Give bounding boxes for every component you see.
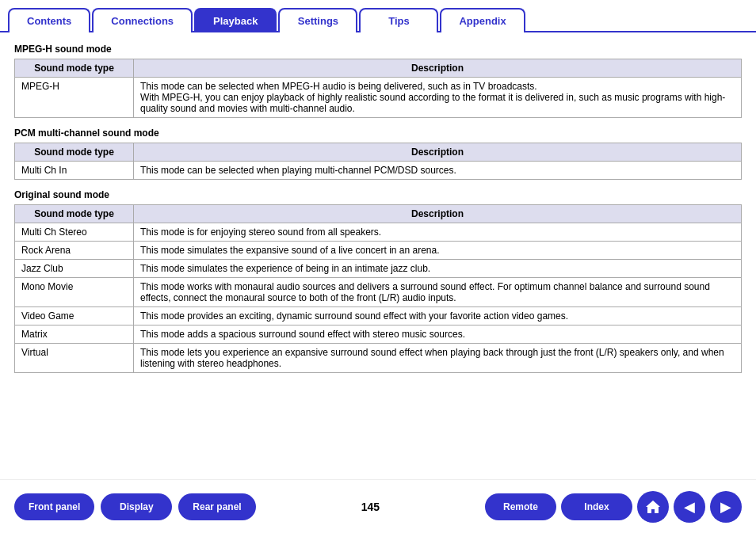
sound-mode-description: This mode simulates the experience of be… (134, 260, 742, 278)
sound-mode-description: This mode adds a spacious surround sound… (134, 326, 742, 344)
sound-mode-description: This mode can be selected when playing m… (134, 162, 742, 180)
table-header-description: Description (134, 59, 742, 78)
table-row: MPEG-HThis mode can be selected when MPE… (15, 78, 742, 118)
table-1: Sound mode typeDescriptionMulti Ch InThi… (14, 143, 742, 180)
index-button[interactable]: Index (561, 493, 632, 520)
back-icon-button[interactable]: ◀ (674, 491, 705, 523)
svg-marker-0 (646, 501, 660, 513)
sound-mode-description: This mode provides an exciting, dynamic … (134, 307, 742, 326)
table-row: Rock ArenaThis mode simulates the expans… (15, 242, 742, 260)
page-number: 145 (361, 501, 380, 513)
nav-tab-tips[interactable]: Tips (359, 8, 438, 32)
display-button[interactable]: Display (101, 493, 172, 520)
table-row: Multi Ch InThis mode can be selected whe… (15, 162, 742, 180)
nav-tab-playback[interactable]: Playback (194, 8, 277, 32)
table-row: MatrixThis mode adds a spacious surround… (15, 326, 742, 344)
table-header-sound-mode-type: Sound mode type (15, 205, 134, 223)
bottom-left-buttons: Front panelDisplayRear panel (14, 493, 256, 520)
table-header-sound-mode-type: Sound mode type (15, 143, 134, 162)
table-row: Multi Ch StereoThis mode is for enjoying… (15, 223, 742, 242)
table-2: Sound mode typeDescriptionMulti Ch Stere… (14, 204, 742, 373)
section-title-0: MPEG-H sound mode (14, 44, 742, 55)
nav-tab-contents[interactable]: Contents (8, 8, 90, 32)
front-panel-button[interactable]: Front panel (14, 493, 94, 520)
sound-mode-description: This mode works with monaural audio sour… (134, 278, 742, 307)
table-header-sound-mode-type: Sound mode type (15, 59, 134, 78)
home-icon-button[interactable] (637, 491, 669, 523)
sound-mode-type: Multi Ch In (15, 162, 134, 180)
table-row: Jazz ClubThis mode simulates the experie… (15, 260, 742, 278)
nav-tab-appendix[interactable]: Appendix (440, 8, 525, 32)
table-0: Sound mode typeDescriptionMPEG-HThis mod… (14, 59, 742, 118)
table-header-description: Description (134, 143, 742, 162)
sound-mode-type: Video Game (15, 307, 134, 326)
nav-tabs: ContentsConnectionsPlaybackSettingsTipsA… (0, 0, 756, 32)
sound-mode-type: Matrix (15, 326, 134, 344)
remote-button[interactable]: Remote (485, 493, 556, 520)
table-row: Video GameThis mode provides an exciting… (15, 307, 742, 326)
nav-tab-connections[interactable]: Connections (92, 8, 193, 32)
sound-mode-description: This mode lets you experience an expansi… (134, 344, 742, 373)
sound-mode-type: Virtual (15, 344, 134, 373)
sound-mode-description: This mode simulates the expansive sound … (134, 242, 742, 260)
main-content: MPEG-H sound modeSound mode typeDescript… (0, 32, 756, 384)
sound-mode-type: MPEG-H (15, 78, 134, 118)
sound-mode-type: Rock Arena (15, 242, 134, 260)
table-row: VirtualThis mode lets you experience an … (15, 344, 742, 373)
section-title-2: Original sound mode (14, 189, 742, 200)
section-title-1: PCM multi-channel sound mode (14, 128, 742, 139)
forward-icon-button[interactable]: ▶ (710, 491, 742, 523)
sound-mode-type: Multi Ch Stereo (15, 223, 134, 242)
sound-mode-type: Jazz Club (15, 260, 134, 278)
bottom-bar: Front panelDisplayRear panel 145 RemoteI… (0, 479, 756, 533)
bottom-right-icons: RemoteIndex◀▶ (485, 491, 742, 523)
rear-panel-button[interactable]: Rear panel (178, 493, 255, 520)
sound-mode-type: Mono Movie (15, 278, 134, 307)
nav-tab-settings[interactable]: Settings (278, 8, 357, 32)
table-header-description: Description (134, 205, 742, 223)
table-row: Mono MovieThis mode works with monaural … (15, 278, 742, 307)
sound-mode-description: This mode can be selected when MPEG-H au… (134, 78, 742, 118)
sound-mode-description: This mode is for enjoying stereo sound f… (134, 223, 742, 242)
